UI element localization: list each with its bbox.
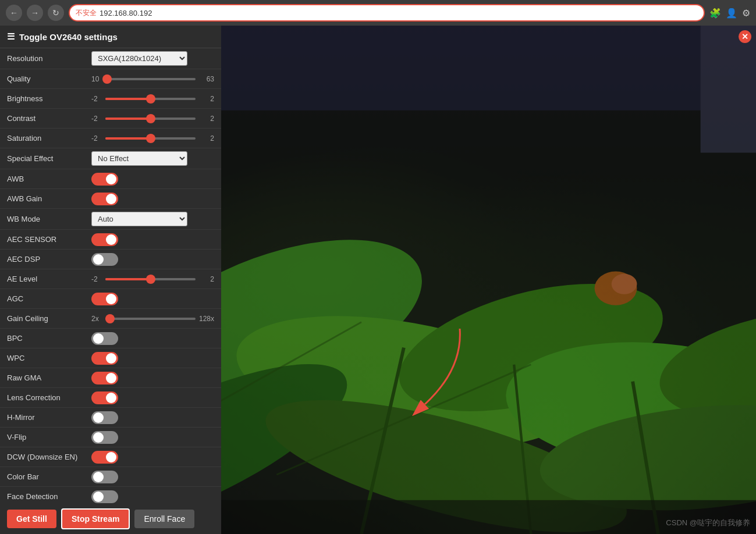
svg-rect-1: [221, 26, 756, 111]
address-input[interactable]: [100, 9, 698, 17]
slider-max-label: 2: [198, 134, 214, 143]
settings-row: ResolutionUXGA(1600x1200)SXGA(1280x1024)…: [0, 48, 221, 69]
settings-control: -22: [91, 134, 214, 143]
slider-track[interactable]: [105, 98, 196, 100]
slider-track[interactable]: [105, 278, 196, 280]
settings-control: 2x128x: [91, 315, 214, 323]
settings-control: [91, 391, 214, 404]
settings-row: WB ModeAutoSunnyCloudyOfficeHome: [0, 209, 221, 230]
slider-container: -22: [91, 275, 214, 283]
get-still-button[interactable]: Get Still: [7, 510, 56, 528]
slider-min-label: -2: [91, 134, 103, 143]
settings-control: [91, 352, 214, 365]
settings-label: Resolution: [7, 54, 91, 63]
toggle-bpc[interactable]: [91, 332, 118, 345]
slider-thumb[interactable]: [146, 94, 155, 104]
settings-label: DCW (Downsize EN): [7, 453, 91, 461]
stop-stream-button[interactable]: Stop Stream: [61, 508, 130, 529]
settings-select-special-effect[interactable]: No EffectNegativeGrayscaleRed TintGreen …: [91, 151, 187, 166]
settings-label: WPC: [7, 354, 91, 362]
toggle-awb[interactable]: [91, 173, 118, 186]
toggle-knob: [93, 492, 104, 502]
toggle-knob: [106, 353, 116, 364]
toggle-aec-dsp[interactable]: [91, 253, 118, 266]
settings-label: Special Effect: [7, 154, 91, 163]
refresh-button[interactable]: ↻: [48, 5, 64, 21]
settings-row: AGC: [0, 289, 221, 309]
toggle-knob: [106, 194, 116, 204]
forward-button[interactable]: →: [27, 5, 43, 21]
settings-rows: ResolutionUXGA(1600x1200)SXGA(1280x1024)…: [0, 48, 221, 526]
toggle-awb-gain[interactable]: [91, 193, 118, 205]
settings-control: 1063: [91, 75, 214, 83]
camera-area: ✕ CSDN @哒宇的自我修养: [221, 26, 756, 534]
action-buttons: Get Still Stop Stream Enroll Face: [0, 504, 221, 534]
slider-min-label: 10: [91, 75, 103, 83]
settings-control: [91, 471, 214, 483]
settings-label: AEC DSP: [7, 255, 91, 264]
sidebar: ☰ Toggle OV2640 settings ResolutionUXGA(…: [0, 26, 221, 534]
settings-icon: ⚙: [742, 8, 750, 19]
toggle-face-detection[interactable]: [91, 490, 118, 503]
toggle-agc[interactable]: [91, 293, 118, 305]
main-content: ☰ Toggle OV2640 settings ResolutionUXGA(…: [0, 26, 756, 534]
settings-control: No EffectNegativeGrayscaleRed TintGreen …: [91, 151, 214, 166]
settings-label: WB Mode: [7, 215, 91, 223]
back-button[interactable]: ←: [6, 5, 22, 21]
settings-control: [91, 193, 214, 205]
slider-thumb[interactable]: [146, 114, 155, 123]
settings-row: AEC DSP: [0, 250, 221, 269]
settings-select-wb-mode[interactable]: AutoSunnyCloudyOfficeHome: [91, 212, 187, 226]
settings-control: [91, 253, 214, 266]
settings-select-resolution[interactable]: UXGA(1600x1200)SXGA(1280x1024)XGA(1024x7…: [91, 51, 187, 66]
toggle-wpc[interactable]: [91, 352, 118, 365]
slider-max-label: 2: [198, 115, 214, 123]
settings-label: H-Mirror: [7, 413, 91, 422]
csdn-credit: CSDN @哒宇的自我修养: [666, 518, 750, 528]
slider-thumb[interactable]: [146, 134, 155, 143]
settings-row: Brightness-22: [0, 89, 221, 109]
slider-thumb[interactable]: [146, 275, 155, 284]
slider-container: 1063: [91, 75, 214, 83]
settings-row: Gain Ceiling2x128x: [0, 309, 221, 329]
settings-label: Face Detection: [7, 492, 91, 501]
settings-row: WPC: [0, 348, 221, 368]
settings-row: AWB Gain: [0, 189, 221, 209]
sidebar-title: Toggle OV2640 settings: [19, 32, 118, 42]
settings-row: Special EffectNo EffectNegativeGrayscale…: [0, 148, 221, 169]
toggle-color-bar[interactable]: [91, 471, 118, 483]
slider-min-label: -2: [91, 95, 103, 103]
toggle-lens-correction[interactable]: [91, 391, 118, 404]
slider-thumb[interactable]: [102, 74, 112, 84]
settings-label: Raw GMA: [7, 373, 91, 382]
toggle-raw-gma[interactable]: [91, 372, 118, 385]
toggle-knob: [106, 452, 116, 462]
slider-track[interactable]: [105, 318, 196, 320]
plant-svg: [221, 26, 756, 534]
toggle-h-mirror[interactable]: [91, 411, 118, 424]
slider-track[interactable]: [105, 137, 196, 140]
slider-thumb[interactable]: [105, 314, 115, 323]
toggle-dcw-(downsize-en)[interactable]: [91, 451, 118, 464]
settings-label: Brightness: [7, 94, 91, 103]
camera-close-button[interactable]: ✕: [739, 30, 751, 43]
svg-rect-18: [221, 500, 756, 534]
toggle-v-flip[interactable]: [91, 431, 118, 444]
settings-label: Lens Correction: [7, 393, 91, 402]
slider-max-label: 2: [198, 275, 214, 283]
toggle-knob: [106, 174, 116, 184]
profile-icon: 👤: [726, 8, 737, 19]
enroll-face-button[interactable]: Enroll Face: [134, 510, 194, 528]
svg-rect-2: [701, 26, 756, 153]
settings-label: Gain Ceiling: [7, 314, 91, 323]
settings-label: AE Level: [7, 275, 91, 283]
hamburger-icon[interactable]: ☰: [7, 31, 15, 42]
settings-control: -22: [91, 275, 214, 283]
settings-row: V-Flip: [0, 428, 221, 447]
slider-track[interactable]: [105, 118, 196, 120]
toggle-knob: [93, 472, 104, 482]
toggle-aec-sensor[interactable]: [91, 233, 118, 246]
slider-track[interactable]: [105, 78, 196, 80]
settings-label: Quality: [7, 74, 91, 83]
slider-fill: [105, 278, 151, 280]
